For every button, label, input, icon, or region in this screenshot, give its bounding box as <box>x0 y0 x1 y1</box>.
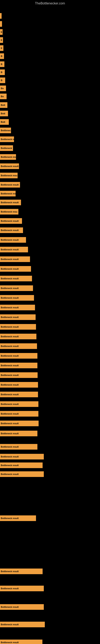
bar: Bottleneck result <box>0 392 38 397</box>
bar-row: Bottleneck result <box>0 247 100 252</box>
bar-row: Bottleneck result <box>0 353 100 359</box>
bar-label: Bottleneck <box>1 147 12 149</box>
bar-row: Bottleneck result <box>0 285 100 291</box>
site-title: TheBottlenecker.com <box>0 0 100 7</box>
bar: Bottleneck result <box>0 382 38 388</box>
bar: Bottleneck result <box>0 334 36 339</box>
bar-label: Bottleneck result <box>1 220 19 222</box>
bar: Bottleneck result <box>0 471 44 477</box>
bar-label: Bo <box>1 87 4 90</box>
bar-row: Bott <box>0 102 100 108</box>
bar-label: Bottleneck result <box>1 422 19 425</box>
bar-label: Bottleneck result <box>1 229 19 232</box>
bar-row: B <box>0 78 100 83</box>
bar-row: Bottleneck result <box>0 343 100 349</box>
bar-row: Bottleneck result <box>0 431 100 436</box>
bar-label: Bottleneck result <box>1 517 19 520</box>
bar: B <box>0 78 5 83</box>
bar-row: Bott <box>0 111 100 116</box>
bar: Bottleneck result <box>0 454 44 460</box>
bar: Bottleneck res <box>0 136 14 142</box>
bar-row: Bottleneck result <box>0 295 100 301</box>
bar-label: Bottleneck result <box>1 335 19 338</box>
bar: Bottleneck result <box>0 314 36 320</box>
bar: Bottleneck result <box>0 237 26 243</box>
bar-label: Bottleneck result <box>1 393 19 396</box>
bar: Bottleneck res <box>0 191 16 196</box>
bar-label: Bottleneck result <box>1 316 19 318</box>
bar: B <box>0 70 5 75</box>
bar-label: E <box>1 47 2 49</box>
bar-label: Bottleneck result <box>1 297 19 299</box>
bar-label: Bottleneck result <box>1 239 19 241</box>
bar: Bottleneck resu <box>0 154 16 160</box>
bar-row <box>0 13 100 19</box>
bar-row: Bottleneck result <box>0 363 100 368</box>
bar: Bottleneck result <box>0 295 34 301</box>
bar-row: Bottleneck result <box>0 401 100 407</box>
bar-row: Bottleneck result <box>0 237 100 243</box>
bar-row: Bottleneck result <box>0 622 100 627</box>
bar-label: Bottleneck result <box>1 364 19 367</box>
bar-label: Bottleneck result <box>1 587 19 590</box>
bar: Bottleneck result <box>0 276 32 281</box>
bar-label: Bottleneck result <box>1 464 19 466</box>
bar-label: Bottleneck result <box>1 623 19 626</box>
bar-row: Bottleneck result <box>0 256 100 262</box>
bar-row: Bottleneck result <box>0 516 100 521</box>
bar: Bottleneck result <box>0 324 36 330</box>
bar-label: Bottleneck result <box>1 268 19 270</box>
bar: B <box>0 62 4 67</box>
bar: Bottleneck result <box>0 372 38 378</box>
bar: Bott <box>0 102 7 108</box>
bar: Bo <box>0 94 7 99</box>
bar-label: Bottleneck result <box>1 354 19 357</box>
bar-label: Bottleneck result <box>1 456 19 458</box>
bar: Bottleneck <box>0 145 13 151</box>
bar: Bottleneck result <box>0 353 37 359</box>
bar: B <box>0 53 4 59</box>
bar-row <box>0 21 100 27</box>
bar <box>0 13 1 19</box>
bar-row: Bottleneck result <box>0 568 100 574</box>
bar-row: Bottleneck result <box>0 305 100 310</box>
bar-label: Bottleneck res <box>1 192 16 195</box>
bar-label: Bottleneck result <box>1 374 19 376</box>
bar: Bottleneck result <box>0 431 37 436</box>
bar: Bottleneck result <box>0 586 44 591</box>
bar: Bottleneck result <box>0 363 37 368</box>
bar-label: B <box>1 63 2 66</box>
bar: Bottleneck result <box>0 305 35 310</box>
bar-row: Bottleneck result <box>0 164 100 169</box>
bar: Bottleneck result <box>0 622 45 627</box>
bar: E <box>0 45 3 51</box>
bar-row: Bottleneck result <box>0 462 100 468</box>
bar-label: Bottleneck result <box>1 287 19 290</box>
bar: Bo <box>0 86 6 91</box>
bar: Bottleneck result <box>0 200 21 205</box>
bar-label: Bottleneck result <box>1 606 19 608</box>
bar-label: Bottleneck result <box>1 641 19 644</box>
bar-label: Bott <box>1 121 5 123</box>
bar-label: E <box>1 31 2 33</box>
bar-row: Bottleneck result <box>0 218 100 224</box>
bar-label: Bottleneck result <box>1 403 19 405</box>
bar-row: Bottleneck res <box>0 191 100 196</box>
bar-label: Bottleneck res <box>1 138 14 140</box>
bar: E <box>0 37 3 43</box>
bar-row: Bottleneck result <box>0 334 100 339</box>
bar-label: Bottleneck resu <box>1 156 16 158</box>
bar-label: E <box>1 39 2 41</box>
bar-row: E <box>0 37 100 43</box>
bar: Bottleneck result <box>0 568 43 574</box>
bar-row: Bottleneck result <box>0 200 100 205</box>
bar: Bottleneck resu <box>0 209 18 214</box>
bar-row: Bottleneck resu <box>0 173 100 178</box>
bar: Bottleneck result <box>0 604 44 610</box>
bar-label: Bottleneck result <box>1 432 19 435</box>
bar-label: Bottleneck resu <box>1 174 17 177</box>
bar-row: Bottleneck result <box>0 411 100 416</box>
bar-label: Bottleneck result <box>1 277 19 280</box>
bar-row: Bottleneck result <box>0 372 100 378</box>
bar-row: Bottleneck result <box>0 314 100 320</box>
